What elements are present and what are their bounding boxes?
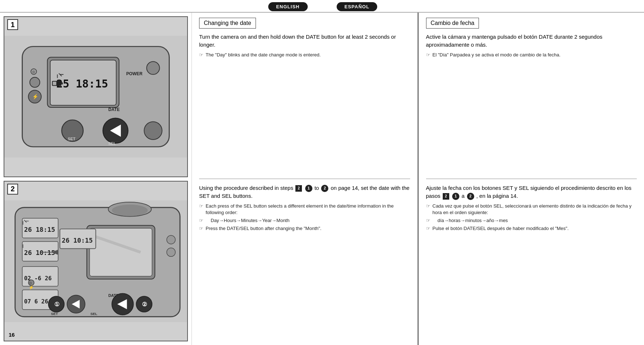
svg-text:26 10:15: 26 10:15 [62, 236, 93, 244]
svg-text:POWER: POWER [126, 71, 143, 76]
english-body-2: Using the procedure described in steps 2… [199, 184, 410, 200]
spanish-body-2: Ajuste la fecha con los botones SET y SE… [426, 184, 637, 200]
step-2-badge-es: 2 [443, 193, 449, 200]
svg-text:⚡: ⚡ [32, 94, 39, 100]
svg-text:SEL: SEL [91, 311, 97, 315]
step-1-number: 1 [7, 19, 18, 30]
spanish-body-1: Active la cámara y mantenga pulsado el b… [426, 33, 637, 49]
spanish-section-2: Ajuste la fecha con los botones SET y SE… [426, 179, 637, 345]
spanish-note-2b: día→horas→minutos→año→mes [426, 217, 637, 224]
svg-text:26 18:15: 26 18:15 [24, 226, 55, 233]
svg-point-29 [167, 235, 176, 244]
svg-text:⚡: ⚡ [29, 285, 34, 290]
illustrations-column: 1 25 18:15 POWER [0, 13, 192, 345]
svg-point-23 [144, 122, 162, 140]
svg-text:①: ① [54, 301, 59, 307]
svg-text:02 -6 26: 02 -6 26 [24, 274, 51, 281]
spanish-title-1: Cambio de fecha [426, 18, 479, 29]
circle-1-badge-en: 1 [305, 185, 312, 192]
spanish-note-2c: Pulse el botón DATE/SEL después de haber… [426, 225, 637, 232]
svg-text:SEL: SEL [108, 141, 116, 146]
header-row: ENGLISH ESPAÑOL [0, 0, 644, 12]
spanish-lang-pill: ESPAÑOL [337, 2, 378, 11]
svg-text:DATE: DATE [108, 107, 120, 112]
english-note-2c: Press the DATE/SEL button after changing… [199, 225, 410, 232]
english-section-1: Changing the date Turn the camera on and… [199, 13, 410, 179]
spanish-section-1: Cambio de fecha Active la cámara y mante… [426, 13, 637, 179]
english-note-2b: Day→Hours→Minutes→Year→Month [199, 217, 410, 224]
english-body-1: Turn the camera on and then hold down th… [199, 33, 410, 49]
english-lang-pill: ENGLISH [268, 2, 308, 11]
english-note-2a: Each press of the SEL button selects a d… [199, 203, 410, 216]
svg-text:07 6 26: 07 6 26 [24, 298, 48, 305]
illustration-2: 2 26 18:15 [4, 181, 188, 342]
spanish-note-1: El "Día" Parpadea y se activa el modo de… [426, 52, 637, 58]
page-number: 16 [9, 332, 15, 338]
english-note-1: The "Day" blinks and the date change mod… [199, 52, 410, 58]
svg-rect-32 [90, 228, 152, 276]
svg-text:26 10:15: 26 10:15 [24, 249, 55, 256]
english-section-2: Using the procedure described in steps 2… [199, 179, 410, 345]
svg-point-28 [112, 204, 148, 216]
step-2-number: 2 [7, 184, 18, 195]
svg-text:SET: SET [68, 137, 76, 141]
step-2-badge-en: 2 [295, 185, 302, 192]
spanish-column: Cambio de fecha Active la cámara y mante… [419, 13, 644, 345]
circle-1-badge-es: 1 [452, 193, 459, 200]
english-title-1: Changing the date [199, 18, 256, 29]
svg-point-30 [167, 248, 176, 256]
circle-2-badge-en: 2 [321, 185, 328, 192]
svg-rect-10 [53, 82, 56, 85]
illustration-1: 1 25 18:15 POWER [4, 16, 188, 177]
svg-text:②: ② [142, 301, 147, 307]
spanish-note-2a: Cada vez que pulse el botón SEL, selecci… [426, 203, 637, 216]
svg-text:⊙: ⊙ [29, 281, 32, 285]
svg-point-13 [30, 77, 40, 88]
svg-text:25 18:15: 25 18:15 [56, 77, 108, 90]
camera-illustration-2: 26 18:15 26 10:15 26 10:15 02 -6 26 07 6… [4, 182, 187, 341]
camera-illustration-1: 25 18:15 POWER DATE ⊙ ⚡ [4, 17, 187, 176]
svg-text:SET: SET [51, 311, 58, 315]
svg-rect-9 [61, 82, 63, 85]
english-column: Changing the date Turn the camera on and… [192, 13, 418, 345]
svg-point-24 [147, 61, 160, 74]
circle-2-badge-es: 2 [467, 193, 474, 200]
svg-text:⊙: ⊙ [32, 70, 35, 74]
main-content: 1 25 18:15 POWER [0, 12, 644, 345]
